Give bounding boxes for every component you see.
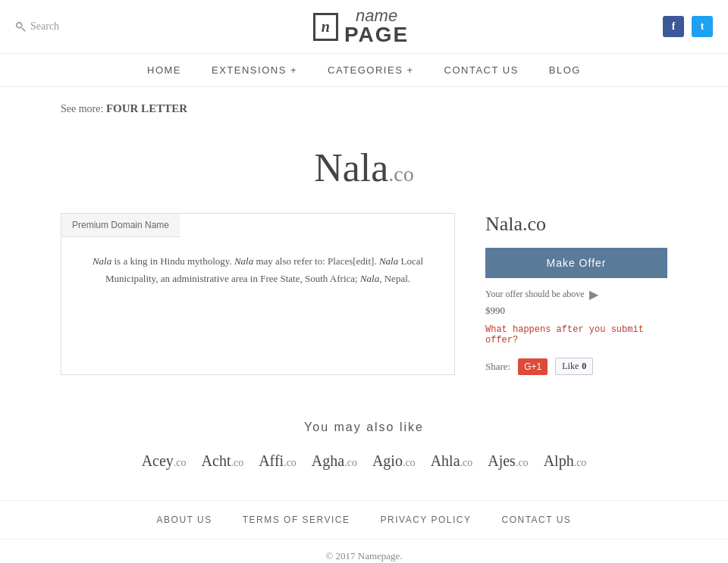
fb-like-count: 0 xyxy=(582,361,586,372)
logo-icon: n xyxy=(313,13,338,41)
logo-name: name xyxy=(344,8,409,24)
also-like-title: You may also like xyxy=(61,421,667,434)
facebook-like-button[interactable]: Like 0 xyxy=(555,358,593,375)
offer-hint-arrow: ▶ xyxy=(589,287,598,302)
fb-like-label: Like xyxy=(562,361,579,372)
footer-privacy[interactable]: PRIVACY POLICY xyxy=(381,515,472,525)
nav-blog[interactable]: BLOG xyxy=(549,64,581,76)
twitter-icon[interactable]: t xyxy=(692,16,713,37)
main-nav: HOME EXTENSIONS + CATEGORIES + CONTACT U… xyxy=(0,54,728,87)
search-button[interactable]: Search xyxy=(15,20,59,33)
offer-panel: Nala.co Make Offer Your offer should be … xyxy=(485,213,667,375)
share-label: Share: xyxy=(485,361,510,373)
list-item[interactable]: Agha.co xyxy=(312,452,357,470)
list-item[interactable]: Ajes.co xyxy=(488,452,528,470)
domain-description: Nala is a king in Hindu mythology. Nala … xyxy=(61,237,454,303)
domain-hero-name: Nala.co xyxy=(0,145,728,190)
make-offer-button[interactable]: Make Offer xyxy=(485,248,667,278)
footer-copyright: © 2017 Namepage. xyxy=(0,539,728,563)
footer-links: ABOUT US TERMS OF SERVICE PRIVACY POLICY… xyxy=(0,500,728,539)
premium-badge: Premium Domain Name xyxy=(61,214,180,237)
domain-base: Nala xyxy=(314,146,388,189)
svg-line-1 xyxy=(22,28,25,31)
nav-extensions[interactable]: EXTENSIONS + xyxy=(212,64,297,76)
list-item[interactable]: Acht.co xyxy=(202,452,244,470)
list-item[interactable]: Affi.co xyxy=(259,452,297,470)
footer-about[interactable]: ABOUT US xyxy=(157,515,212,525)
offer-hint: Your offer should be above ▶ xyxy=(485,287,667,302)
social-links: f t xyxy=(663,16,713,37)
nav-categories[interactable]: CATEGORIES + xyxy=(328,64,413,76)
footer-terms[interactable]: TERMS OF SERVICE xyxy=(243,515,350,525)
list-item[interactable]: Acey.co xyxy=(142,452,187,470)
svg-point-0 xyxy=(17,23,22,28)
list-item[interactable]: Alph.co xyxy=(544,452,587,470)
domain-info-panel: Premium Domain Name Nala is a king in Hi… xyxy=(61,213,455,375)
domain-tld: .co xyxy=(388,162,413,186)
google-plus-button[interactable]: G+1 xyxy=(518,358,548,375)
list-item[interactable]: Ahla.co xyxy=(431,452,473,470)
nav-home[interactable]: HOME xyxy=(147,64,181,76)
domain-hero: Nala.co xyxy=(0,130,728,213)
footer-contact[interactable]: CONTACT US xyxy=(501,515,571,525)
logo-page: PAGE xyxy=(344,24,409,45)
site-header: Search n name PAGE f t xyxy=(0,0,728,54)
site-logo[interactable]: n name PAGE xyxy=(313,8,409,45)
also-like-grid: Acey.co Acht.co Affi.co Agha.co Agio.co … xyxy=(61,452,667,470)
content-area: Premium Domain Name Nala is a king in Hi… xyxy=(0,213,728,405)
search-icon xyxy=(15,21,26,32)
search-label: Search xyxy=(30,20,59,33)
what-happens-link[interactable]: What happens after you submit offer? xyxy=(485,324,667,346)
breadcrumb-prefix: See more: xyxy=(61,103,103,114)
nav-contact[interactable]: CONTACT US xyxy=(444,64,519,76)
facebook-icon[interactable]: f xyxy=(663,16,684,37)
offer-amount: $990 xyxy=(485,305,667,317)
footer-brand: Namepage. xyxy=(358,550,403,561)
domain-title-right: Nala.co xyxy=(485,213,667,236)
breadcrumb-link[interactable]: FOUR LETTER xyxy=(106,102,187,114)
share-row: Share: G+1 Like 0 xyxy=(485,358,667,375)
also-like-section: You may also like Acey.co Acht.co Affi.c… xyxy=(0,405,728,500)
breadcrumb: See more: FOUR LETTER xyxy=(0,87,728,130)
list-item[interactable]: Agio.co xyxy=(372,452,416,470)
